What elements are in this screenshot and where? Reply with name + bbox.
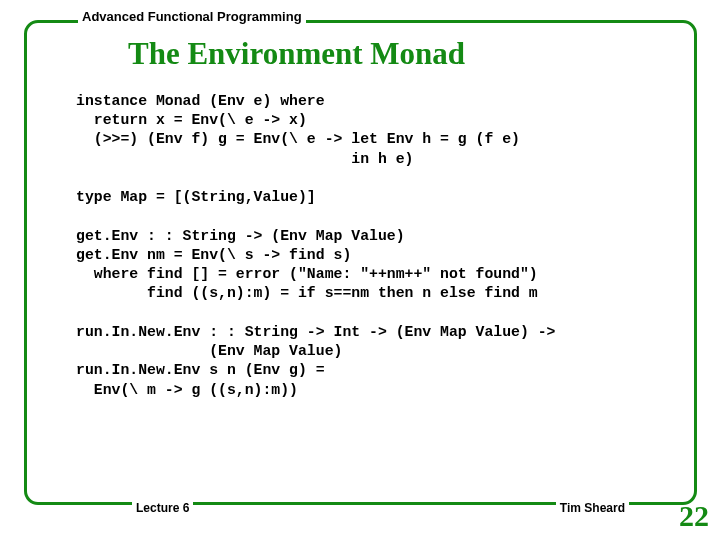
- slide-title: The Environment Monad: [128, 36, 465, 72]
- code-block: instance Monad (Env e) where return x = …: [76, 92, 556, 400]
- course-label: Advanced Functional Programming: [78, 9, 306, 24]
- page-number: 22: [679, 499, 709, 533]
- author-label: Tim Sheard: [556, 501, 629, 515]
- lecture-label: Lecture 6: [132, 501, 193, 515]
